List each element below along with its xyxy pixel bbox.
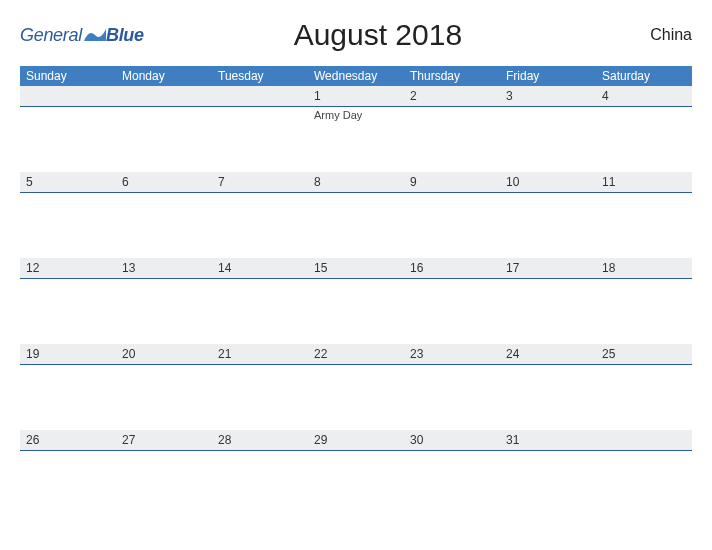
event-cell (116, 451, 212, 500)
date-cell: 29 (308, 430, 404, 450)
event-cell: Army Day (308, 107, 404, 172)
event-cell (116, 193, 212, 258)
event-cell (500, 107, 596, 172)
date-strip: 5 6 7 8 9 10 11 (20, 172, 692, 193)
date-cell: 19 (20, 344, 116, 364)
event-cell (116, 365, 212, 430)
dow-thu: Thursday (404, 66, 500, 86)
event-cell (212, 107, 308, 172)
brand-logo: General Blue (20, 25, 144, 46)
week-row: 1 2 3 4 Army Day (20, 86, 692, 172)
event-cell (20, 451, 116, 500)
date-cell: 9 (404, 172, 500, 192)
event-strip (20, 365, 692, 430)
date-cell (212, 86, 308, 106)
header: General Blue August 2018 China (20, 18, 692, 52)
event-cell (404, 107, 500, 172)
date-cell (116, 86, 212, 106)
dow-wed: Wednesday (308, 66, 404, 86)
date-cell: 14 (212, 258, 308, 278)
date-cell (20, 86, 116, 106)
date-cell: 11 (596, 172, 692, 192)
event-cell (212, 451, 308, 500)
date-cell: 4 (596, 86, 692, 106)
event-cell (596, 365, 692, 430)
event-cell (20, 107, 116, 172)
event-cell (500, 365, 596, 430)
event-cell (116, 107, 212, 172)
date-cell: 31 (500, 430, 596, 450)
event-cell (404, 451, 500, 500)
dow-sun: Sunday (20, 66, 116, 86)
dow-sat: Saturday (596, 66, 692, 86)
date-cell: 2 (404, 86, 500, 106)
event-strip (20, 451, 692, 500)
event-cell (20, 365, 116, 430)
date-cell: 28 (212, 430, 308, 450)
brand-text-2: Blue (106, 25, 144, 46)
event-cell (596, 107, 692, 172)
date-cell: 23 (404, 344, 500, 364)
event-cell (596, 193, 692, 258)
week-row: 19 20 21 22 23 24 25 (20, 344, 692, 430)
week-row: 12 13 14 15 16 17 18 (20, 258, 692, 344)
event-cell (212, 193, 308, 258)
date-cell: 20 (116, 344, 212, 364)
date-cell: 3 (500, 86, 596, 106)
date-cell: 15 (308, 258, 404, 278)
date-cell: 22 (308, 344, 404, 364)
date-cell: 10 (500, 172, 596, 192)
date-cell (596, 430, 692, 450)
date-cell: 18 (596, 258, 692, 278)
event-cell (308, 365, 404, 430)
event-cell (404, 193, 500, 258)
date-cell: 6 (116, 172, 212, 192)
event-cell (596, 279, 692, 344)
date-cell: 8 (308, 172, 404, 192)
date-strip: 26 27 28 29 30 31 (20, 430, 692, 451)
date-cell: 16 (404, 258, 500, 278)
event-strip (20, 279, 692, 344)
event-cell (20, 193, 116, 258)
date-cell: 5 (20, 172, 116, 192)
day-of-week-header: Sunday Monday Tuesday Wednesday Thursday… (20, 66, 692, 86)
event-cell (308, 193, 404, 258)
date-cell: 25 (596, 344, 692, 364)
event-cell (308, 451, 404, 500)
event-cell (116, 279, 212, 344)
event-cell (500, 279, 596, 344)
date-cell: 21 (212, 344, 308, 364)
event-cell (500, 451, 596, 500)
event-cell (212, 279, 308, 344)
event-strip: Army Day (20, 107, 692, 172)
week-row: 26 27 28 29 30 31 (20, 430, 692, 500)
date-cell: 17 (500, 258, 596, 278)
brand-text-1: General (20, 25, 82, 46)
calendar-grid: 1 2 3 4 Army Day 5 6 7 8 9 10 11 (20, 86, 692, 500)
event-cell (212, 365, 308, 430)
event-cell (404, 279, 500, 344)
date-cell: 13 (116, 258, 212, 278)
date-cell: 27 (116, 430, 212, 450)
country-label: China (612, 26, 692, 44)
wave-icon (84, 27, 106, 43)
date-strip: 1 2 3 4 (20, 86, 692, 107)
date-strip: 12 13 14 15 16 17 18 (20, 258, 692, 279)
event-cell (500, 193, 596, 258)
date-cell: 30 (404, 430, 500, 450)
dow-mon: Monday (116, 66, 212, 86)
date-cell: 24 (500, 344, 596, 364)
date-strip: 19 20 21 22 23 24 25 (20, 344, 692, 365)
date-cell: 12 (20, 258, 116, 278)
date-cell: 26 (20, 430, 116, 450)
week-row: 5 6 7 8 9 10 11 (20, 172, 692, 258)
event-cell (596, 451, 692, 500)
date-cell: 1 (308, 86, 404, 106)
page-title: August 2018 (144, 18, 612, 52)
event-strip (20, 193, 692, 258)
event-cell (404, 365, 500, 430)
dow-fri: Friday (500, 66, 596, 86)
date-cell: 7 (212, 172, 308, 192)
event-cell (308, 279, 404, 344)
dow-tue: Tuesday (212, 66, 308, 86)
